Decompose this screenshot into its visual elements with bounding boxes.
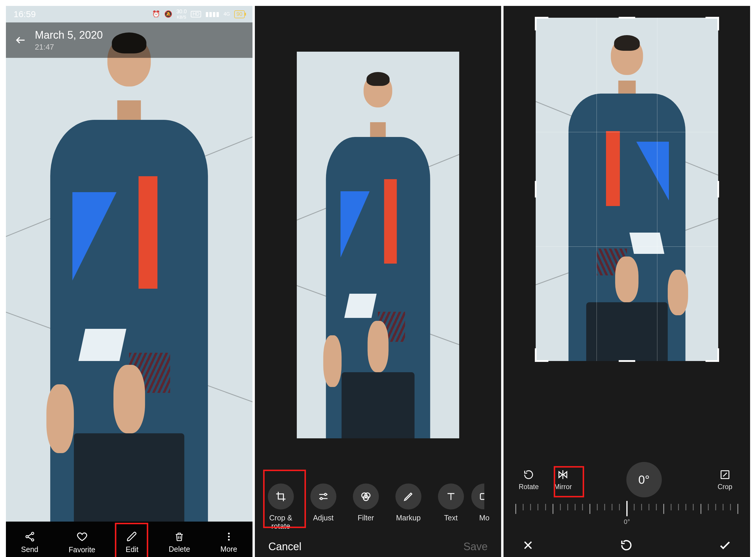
filter-icon <box>353 483 379 509</box>
tool-more-cutoff[interactable]: Mo <box>476 483 493 522</box>
highlight-crop-rotate <box>263 470 306 528</box>
hd-icon: HD <box>191 11 201 18</box>
crop-handle-tr[interactable] <box>705 17 719 30</box>
svg-point-5 <box>228 539 230 540</box>
tool-filter-label: Filter <box>358 514 374 522</box>
tool-text-label: Text <box>444 514 458 522</box>
delete-label: Delete <box>169 545 190 553</box>
send-button[interactable]: Send <box>21 531 38 554</box>
screen-crop-rotate: Rotate Mirror 0° Crop <box>504 6 750 557</box>
heart-icon <box>76 531 88 543</box>
photo-time: 21:47 <box>35 42 103 52</box>
net-speed: 30.0KB/S <box>176 9 187 20</box>
tool-filter[interactable]: Filter <box>348 483 384 522</box>
photo-info-header: March 5, 2020 21:47 <box>6 23 252 58</box>
trash-icon <box>174 531 185 542</box>
crop-expand-icon <box>719 469 731 480</box>
crop-confirm-bar <box>504 527 750 557</box>
status-bar: 16:59 ⏰ 🔕 30.0KB/S HD ▮▮▮▮ 4G 90 <box>6 6 252 23</box>
rotate-icon <box>523 469 534 480</box>
crop-handle-tl[interactable] <box>535 17 549 30</box>
more-vertical-icon <box>224 531 234 542</box>
rotate-label: Rotate <box>519 483 539 491</box>
svg-point-4 <box>228 536 230 537</box>
more-label: More <box>220 545 237 553</box>
favorite-button[interactable]: Favorite <box>68 531 95 554</box>
svg-rect-11 <box>480 494 488 499</box>
editor-canvas-wrap <box>255 6 501 478</box>
svg-point-7 <box>320 497 322 499</box>
crop-grid-h2 <box>536 246 718 247</box>
tool-markup[interactable]: Markup <box>391 483 426 522</box>
crop-aspect-label: Crop <box>718 483 732 491</box>
crop-aspect-button[interactable]: Crop <box>712 469 738 491</box>
screen-editor-tools: Crop & rotate Adjust Filter Markup <box>255 6 501 557</box>
crop-grid-v1 <box>596 18 597 361</box>
share-icon <box>24 531 35 542</box>
tool-adjust-label: Adjust <box>313 514 333 522</box>
crop-grid-h1 <box>536 132 718 132</box>
crop-frame[interactable] <box>536 18 718 361</box>
adjust-icon <box>310 483 336 509</box>
highlight-edit <box>115 523 148 557</box>
text-icon <box>438 483 464 509</box>
highlight-mirror <box>554 466 584 497</box>
net-type: 4G <box>224 11 230 17</box>
photo-date: March 5, 2020 <box>35 29 103 41</box>
angle-indicator[interactable]: 0° <box>626 462 662 497</box>
tool-markup-label: Markup <box>396 514 421 522</box>
signal-icon: ▮▮▮▮ <box>205 10 219 18</box>
mute-icon: 🔕 <box>164 10 172 18</box>
more-tool-icon <box>471 483 497 509</box>
ruler-center-tick <box>626 501 627 516</box>
crop-handle-bottom[interactable] <box>619 360 635 362</box>
svg-point-6 <box>324 493 326 495</box>
markup-icon <box>395 483 421 509</box>
crop-handle-top[interactable] <box>619 17 635 19</box>
alarm-icon: ⏰ <box>152 10 160 18</box>
delete-button[interactable]: Delete <box>169 531 190 553</box>
send-label: Send <box>21 545 38 554</box>
angle-ruler[interactable]: 0° <box>504 501 750 527</box>
crop-handle-left[interactable] <box>535 181 537 198</box>
photo-date-block: March 5, 2020 21:47 <box>35 29 103 52</box>
crop-handle-right[interactable] <box>717 181 719 198</box>
screen-gallery-view: 16:59 ⏰ 🔕 30.0KB/S HD ▮▮▮▮ 4G 90 March 5… <box>6 6 252 557</box>
photo-preview[interactable] <box>6 6 252 522</box>
back-button[interactable] <box>15 34 27 46</box>
crop-tool-row: Rotate Mirror 0° Crop <box>504 458 750 497</box>
more-button[interactable]: More <box>220 531 237 553</box>
crop-handle-bl[interactable] <box>535 348 549 362</box>
tool-adjust[interactable]: Adjust <box>306 483 341 522</box>
rotate-button[interactable]: Rotate <box>515 469 542 491</box>
tool-more-label: Mo <box>479 514 489 522</box>
battery-icon: 90 <box>234 10 245 18</box>
cancel-button[interactable]: Cancel <box>269 540 302 553</box>
confirm-crop-button[interactable] <box>718 538 732 553</box>
crop-handle-br[interactable] <box>705 348 719 362</box>
cancel-crop-button[interactable] <box>521 538 535 552</box>
tool-text[interactable]: Text <box>433 483 469 522</box>
editor-canvas[interactable] <box>297 52 459 438</box>
favorite-label: Favorite <box>68 546 95 554</box>
ruler-center-label: 0° <box>624 518 630 526</box>
crop-grid-v2 <box>657 18 657 361</box>
reset-button[interactable] <box>620 538 633 552</box>
svg-point-3 <box>228 532 230 534</box>
save-button[interactable]: Save <box>463 540 487 553</box>
status-icons: ⏰ 🔕 30.0KB/S HD ▮▮▮▮ 4G 90 <box>152 9 245 20</box>
editor-confirm-bar: Cancel Save <box>255 530 501 557</box>
crop-canvas-wrap <box>504 6 750 458</box>
status-time: 16:59 <box>13 9 36 19</box>
